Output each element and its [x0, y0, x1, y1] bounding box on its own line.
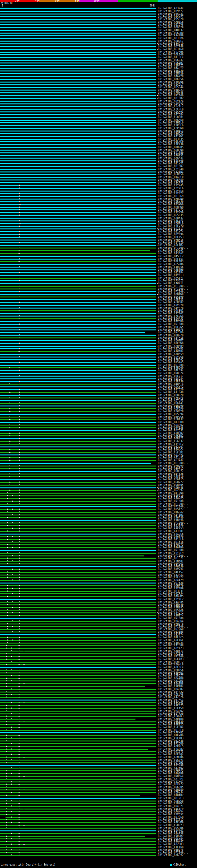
gap-marker-icon — [19, 547, 20, 548]
gap-marker-icon — [19, 677, 20, 679]
alignment-bar — [0, 841, 156, 842]
alignment-bar — [0, 109, 156, 110]
gap-marker-icon — [19, 484, 20, 485]
alignment-bar — [0, 686, 145, 687]
gap-marker-icon — [19, 789, 20, 790]
alignment-bar — [0, 512, 156, 513]
gap-marker-icon — [6, 721, 7, 722]
gap-marker-icon — [9, 481, 10, 483]
ruler: |1 503| — [0, 5, 197, 7]
gap-marker-icon — [19, 525, 20, 526]
gap-marker-icon — [19, 209, 20, 210]
gap-marker-icon — [23, 683, 25, 684]
alignment-bar — [0, 561, 156, 562]
gap-marker-icon — [12, 639, 13, 641]
gap-marker-icon — [6, 694, 7, 695]
alignment-bar — [0, 634, 156, 635]
gap-marker-icon — [19, 726, 20, 727]
gap-marker-icon — [7, 626, 8, 627]
gap-marker-icon — [19, 527, 20, 529]
alignment-bar — [0, 215, 156, 216]
gap-marker-icon — [19, 195, 20, 196]
gap-marker-icon — [19, 816, 20, 817]
gap-marker-icon — [7, 552, 8, 553]
gap-marker-icon — [6, 789, 7, 790]
gap-marker-icon — [7, 615, 8, 616]
gap-marker-icon — [6, 740, 7, 741]
alignment-bar — [0, 438, 156, 439]
gap-marker-icon — [19, 615, 20, 616]
alignment-bar — [0, 705, 156, 706]
gap-marker-icon — [11, 781, 12, 782]
gap-marker-icon — [19, 767, 20, 768]
alignment-bar — [0, 332, 145, 333]
alignment-bar — [0, 19, 156, 20]
gap-marker-icon — [11, 694, 12, 695]
alignment-bar — [0, 520, 156, 521]
gap-marker-icon — [11, 726, 12, 727]
gap-marker-icon — [19, 563, 20, 564]
hit-label[interactable]: UniRef100_A7GBV2 — [158, 854, 184, 857]
alignment-bar — [0, 24, 156, 25]
alignment-bar — [0, 768, 156, 769]
alignment-bar — [0, 749, 148, 750]
alignment-bar — [0, 534, 156, 534]
gap-marker-icon — [6, 647, 7, 648]
alignment-bar — [0, 416, 156, 417]
gap-marker-icon — [19, 802, 20, 804]
alignment-bar — [0, 463, 151, 464]
gap-marker-icon — [19, 574, 20, 575]
gap-marker-icon — [7, 642, 8, 643]
alignment-bar — [0, 180, 156, 180]
alignment-bar — [0, 545, 156, 545]
gap-marker-icon — [19, 631, 20, 632]
alignment-bar — [0, 689, 156, 690]
gap-marker-icon — [19, 849, 20, 850]
gap-marker-icon — [19, 522, 20, 523]
gap-marker-icon — [11, 783, 12, 784]
gap-marker-icon — [11, 688, 12, 689]
gap-marker-icon — [19, 824, 20, 826]
alignment-bar — [0, 174, 156, 175]
alignment-bar — [0, 547, 156, 548]
gap-marker-icon — [19, 601, 20, 602]
gap-marker-icon — [12, 527, 13, 529]
gap-marker-icon — [7, 498, 8, 499]
alignment-bar — [0, 550, 156, 551]
gap-marker-icon — [6, 778, 7, 779]
alignment-bar — [0, 245, 156, 246]
gap-marker-icon — [7, 560, 8, 561]
alignment-bar — [0, 680, 156, 681]
gap-marker-icon — [19, 272, 20, 273]
gap-marker-icon — [19, 421, 20, 423]
gap-marker-icon — [19, 288, 20, 289]
gap-marker-icon — [19, 514, 20, 515]
gap-marker-icon — [6, 691, 7, 692]
gap-marker-icon — [19, 538, 20, 540]
gap-marker-icon — [19, 280, 20, 281]
gap-marker-icon — [12, 560, 13, 561]
gap-marker-icon — [11, 675, 12, 676]
gap-marker-icon — [12, 601, 13, 602]
gap-marker-icon — [19, 394, 20, 395]
gap-marker-icon — [19, 713, 20, 714]
alignment-bar — [0, 855, 156, 856]
alignment-bar — [0, 732, 156, 733]
gap-marker-icon — [19, 530, 20, 531]
gap-marker-icon — [11, 718, 12, 719]
alignment-bar — [0, 479, 156, 480]
gap-marker-icon — [7, 503, 8, 504]
alignment-bar — [0, 490, 156, 491]
alignment-bar — [0, 340, 156, 341]
alignment-bar — [0, 659, 156, 660]
alignment-bar — [0, 751, 156, 752]
alignment-bar — [0, 22, 156, 23]
alignment-bar — [0, 378, 156, 379]
alignment-bar — [0, 398, 156, 398]
gap-marker-icon — [23, 775, 25, 777]
gap-marker-icon — [6, 841, 7, 842]
gap-marker-icon — [11, 759, 12, 760]
alignment-bar — [0, 158, 156, 159]
gap-marker-icon — [23, 663, 25, 665]
alignment-bar — [0, 593, 156, 594]
